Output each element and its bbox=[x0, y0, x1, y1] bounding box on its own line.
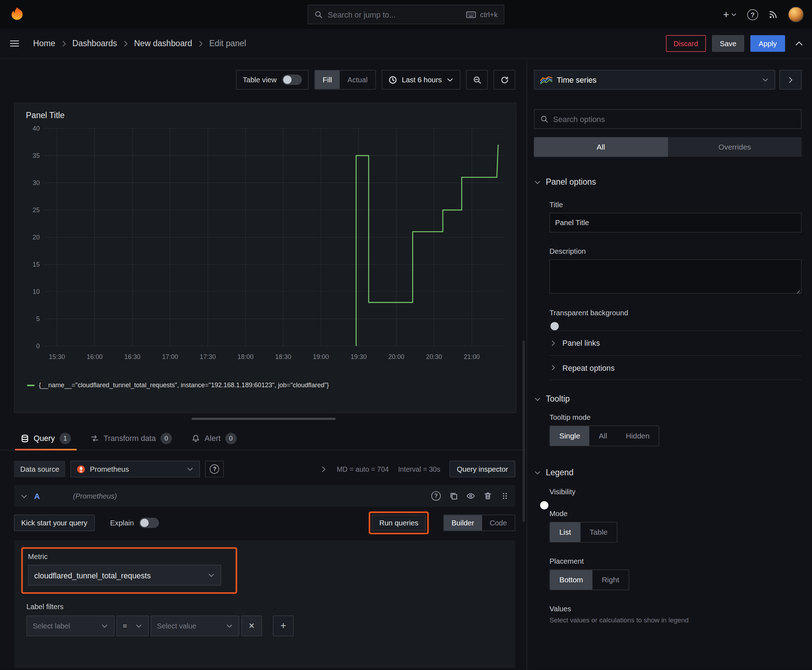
chevron-right-icon[interactable] bbox=[320, 465, 327, 473]
fill-option[interactable]: Fill bbox=[315, 71, 340, 89]
tooltip-mode-single[interactable]: Single bbox=[550, 426, 589, 446]
repeat-options-row[interactable]: Repeat options bbox=[549, 355, 802, 380]
chevron-down-icon bbox=[446, 76, 454, 83]
tab-overrides[interactable]: Overrides bbox=[668, 137, 802, 157]
chevron-down-icon bbox=[226, 623, 233, 629]
svg-text:19:00: 19:00 bbox=[313, 353, 329, 360]
timeseries-chart[interactable]: 051015202530354015:3016:0016:3017:0017:3… bbox=[21, 121, 509, 382]
apply-button[interactable]: Apply bbox=[751, 35, 785, 52]
search-placeholder: Search or jump to... bbox=[328, 10, 396, 19]
operator-dropdown[interactable]: = bbox=[116, 616, 149, 636]
breadcrumb-edit-panel: Edit panel bbox=[209, 39, 246, 48]
tab-all[interactable]: All bbox=[534, 137, 668, 157]
discard-button[interactable]: Discard bbox=[666, 35, 706, 52]
trash-icon[interactable] bbox=[484, 492, 492, 500]
metric-select[interactable]: cloudflared_tunnel_total_requests bbox=[28, 565, 221, 585]
user-avatar[interactable] bbox=[788, 7, 804, 22]
scrollbar-thumb[interactable] bbox=[522, 341, 525, 522]
zoom-out-button[interactable] bbox=[466, 70, 488, 90]
placement-right[interactable]: Right bbox=[593, 570, 629, 590]
keyboard-icon bbox=[466, 11, 476, 19]
tab-alert[interactable]: Alert 0 bbox=[185, 426, 243, 450]
table-view-toggle-group: Table view bbox=[236, 70, 309, 90]
plus-icon: + bbox=[280, 620, 286, 632]
explain-toggle-group: Explain bbox=[110, 518, 159, 528]
svg-text:16:30: 16:30 bbox=[124, 353, 140, 360]
query-toolbar: Kick start your query Explain Run querie… bbox=[14, 511, 515, 535]
svg-text:5: 5 bbox=[36, 315, 40, 323]
legend-mode-table[interactable]: Table bbox=[580, 522, 617, 542]
builder-code-group: Builder Code bbox=[443, 515, 515, 531]
collapse-sidebar-button[interactable] bbox=[780, 70, 802, 90]
datasource-help-button[interactable]: ? bbox=[205, 461, 224, 477]
legend-item[interactable]: {__name__="cloudflared_tunnel_total_requ… bbox=[27, 382, 509, 389]
editor-tabs: Query 1 Transform data 0 Alert 0 bbox=[0, 426, 527, 451]
svg-text:20:30: 20:30 bbox=[426, 353, 442, 360]
tab-transform-data[interactable]: Transform data 0 bbox=[84, 426, 179, 450]
query-inspector-button[interactable]: Query inspector bbox=[450, 461, 515, 477]
query-header[interactable]: A (Prometheus) ? bbox=[14, 485, 515, 507]
remove-filter-button[interactable]: ✕ bbox=[241, 616, 262, 636]
panel-options-header[interactable]: Panel options bbox=[534, 178, 802, 187]
new-button[interactable]: + bbox=[723, 9, 737, 20]
svg-text:25: 25 bbox=[32, 206, 40, 214]
help-button[interactable]: ? bbox=[747, 9, 758, 20]
chevron-down-icon bbox=[534, 179, 541, 186]
drag-handle-icon[interactable] bbox=[501, 492, 509, 500]
kickstart-button[interactable]: Kick start your query bbox=[14, 515, 95, 531]
visualization-picker[interactable]: Time series bbox=[534, 70, 775, 90]
title-label: Title bbox=[549, 200, 802, 209]
tab-query[interactable]: Query 1 bbox=[14, 426, 78, 450]
search-bar[interactable]: Search or jump to... ctrl+k bbox=[308, 5, 504, 24]
chevron-up-icon[interactable] bbox=[795, 39, 804, 48]
panel-resize-handle[interactable] bbox=[191, 418, 335, 420]
code-option[interactable]: Code bbox=[482, 515, 515, 530]
eye-icon[interactable] bbox=[466, 492, 475, 500]
breadcrumb-new-dashboard[interactable]: New dashboard bbox=[134, 39, 192, 48]
tab-count: 0 bbox=[225, 432, 237, 444]
svg-text:0: 0 bbox=[36, 342, 40, 350]
datasource-select[interactable]: Prometheus bbox=[71, 461, 200, 477]
placement-bottom[interactable]: Bottom bbox=[550, 570, 593, 590]
time-range-picker[interactable]: Last 6 hours bbox=[381, 70, 460, 90]
select-value-dropdown[interactable]: Select value bbox=[151, 616, 239, 636]
options-search-placeholder: Search options bbox=[553, 115, 605, 124]
tab-label: Query bbox=[34, 434, 55, 443]
query-help-icon[interactable]: ? bbox=[431, 491, 441, 501]
breadcrumb-dashboards[interactable]: Dashboards bbox=[72, 39, 117, 48]
menu-icon[interactable] bbox=[9, 38, 20, 49]
legend-mode-list[interactable]: List bbox=[550, 522, 580, 542]
interval-stat: Interval = 30s bbox=[398, 465, 441, 473]
options-search[interactable]: Search options bbox=[534, 109, 802, 129]
select-label-dropdown[interactable]: Select label bbox=[27, 616, 115, 636]
refresh-button[interactable] bbox=[493, 70, 515, 90]
save-button[interactable]: Save bbox=[712, 35, 744, 52]
chevron-right-icon bbox=[122, 40, 130, 47]
panel-description-input[interactable] bbox=[549, 259, 802, 293]
panel-links-row[interactable]: Panel links bbox=[549, 330, 802, 355]
tooltip-mode-all[interactable]: All bbox=[589, 426, 616, 446]
query-card: A (Prometheus) ? Kick start your query E… bbox=[14, 485, 515, 668]
builder-option[interactable]: Builder bbox=[444, 515, 481, 530]
duplicate-icon[interactable] bbox=[450, 492, 458, 500]
metric-label: Metric bbox=[28, 552, 221, 560]
chevron-down-icon[interactable] bbox=[20, 492, 28, 500]
grafana-logo[interactable] bbox=[8, 6, 26, 23]
tooltip-header[interactable]: Tooltip bbox=[534, 394, 802, 404]
main-area: Table view Fill Actual Last 6 hours bbox=[0, 58, 812, 670]
panel-title-input[interactable] bbox=[549, 213, 802, 232]
legend-header[interactable]: Legend bbox=[534, 468, 802, 477]
add-filter-button[interactable]: + bbox=[273, 616, 293, 636]
svg-text:10: 10 bbox=[32, 288, 40, 295]
run-queries-button[interactable]: Run queries bbox=[372, 515, 425, 531]
datasource-row: Data source Prometheus ? MD = auto = 704… bbox=[14, 461, 515, 477]
news-button[interactable] bbox=[769, 10, 778, 19]
table-view-toggle[interactable] bbox=[282, 74, 302, 85]
explain-toggle[interactable] bbox=[139, 518, 159, 528]
actual-option[interactable]: Actual bbox=[340, 71, 376, 89]
svg-text:15: 15 bbox=[32, 261, 40, 268]
timeseries-viz-icon bbox=[540, 75, 553, 84]
query-actions: ? bbox=[431, 491, 509, 501]
tooltip-mode-hidden[interactable]: Hidden bbox=[617, 426, 659, 446]
breadcrumb-home[interactable]: Home bbox=[33, 39, 56, 48]
